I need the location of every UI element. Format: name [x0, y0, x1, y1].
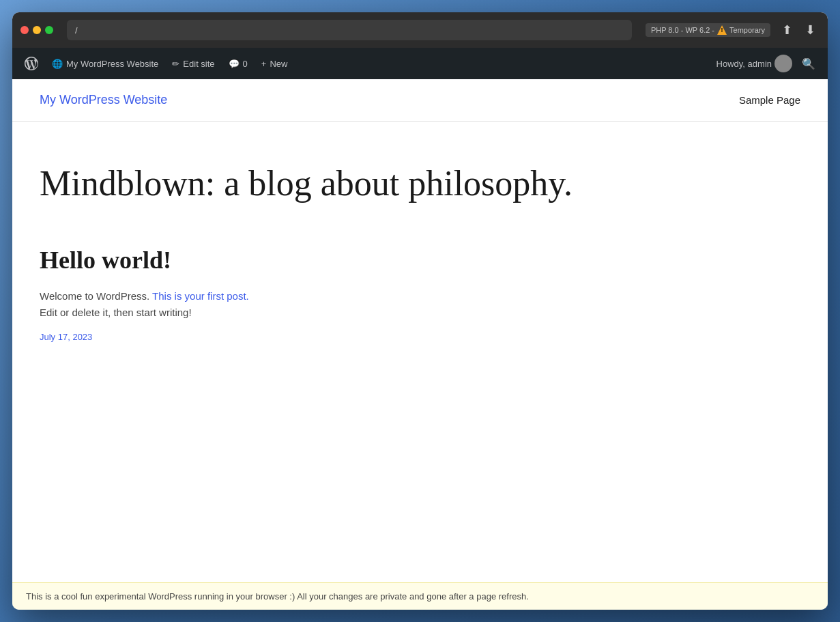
- comments-link[interactable]: 💬 0: [222, 48, 255, 79]
- comment-icon: 💬: [229, 59, 240, 69]
- download-icon[interactable]: ⬇: [800, 20, 820, 40]
- upload-icon[interactable]: ⬆: [777, 20, 796, 40]
- site-content: My WordPress Website Sample Page Mindblo…: [12, 79, 828, 582]
- site-navigation: Sample Page: [739, 94, 800, 107]
- post-first-post-link[interactable]: This is your first post.: [152, 290, 249, 302]
- post-title: Hello world!: [40, 246, 800, 274]
- pencil-icon: ✏: [172, 59, 179, 69]
- edit-site-text: Edit site: [183, 59, 214, 69]
- site-title-link[interactable]: My WordPress Website: [40, 93, 167, 107]
- admin-bar-right: Howdy, admin 🔍: [716, 55, 822, 72]
- admin-avatar[interactable]: [774, 55, 792, 72]
- php-version-text: PHP 8.0 - WP 6.2 -: [651, 26, 714, 34]
- close-button[interactable]: [20, 26, 29, 34]
- notice-text: This is a cool fun experimental WordPres…: [26, 591, 529, 602]
- site-tagline: Mindblown: a blog about philosophy.: [40, 162, 800, 205]
- post-article: Hello world! Welcome to WordPress. This …: [40, 246, 800, 342]
- edit-site-link[interactable]: ✏ Edit site: [165, 48, 221, 79]
- new-content-link[interactable]: + New: [255, 48, 295, 79]
- howdy-text: Howdy, admin: [716, 59, 772, 69]
- site-header: My WordPress Website Sample Page: [12, 79, 828, 122]
- maximize-button[interactable]: [45, 26, 53, 34]
- minimize-button[interactable]: [33, 26, 41, 34]
- address-bar[interactable]: /: [67, 20, 632, 40]
- title-bar: / PHP 8.0 - WP 6.2 - ! Temporary ⬆ ⬇: [12, 12, 828, 48]
- main-content: Mindblown: a blog about philosophy. Hell…: [12, 122, 828, 582]
- traffic-lights: [20, 26, 53, 34]
- new-label: New: [270, 59, 287, 69]
- admin-search-icon[interactable]: 🔍: [795, 57, 822, 70]
- site-name-link[interactable]: 🌐 My WordPress Website: [45, 48, 165, 79]
- site-name-text: My WordPress Website: [66, 59, 158, 69]
- comments-count: 0: [243, 59, 248, 69]
- content-wrapper: My WordPress Website Sample Page Mindblo…: [12, 79, 828, 610]
- post-date: July 17, 2023: [40, 332, 800, 342]
- browser-action-icons: ⬆ ⬇: [777, 20, 820, 40]
- post-content-after-link: Edit or delete it, then start writing!: [40, 307, 192, 318]
- post-content-before-link: Welcome to WordPress.: [40, 290, 152, 302]
- wp-admin-bar: 🌐 My WordPress Website ✏ Edit site 💬 0 +…: [12, 48, 828, 79]
- wp-logo-link[interactable]: [18, 48, 45, 79]
- temporary-label: Temporary: [729, 26, 765, 34]
- address-text: /: [75, 25, 78, 36]
- php-version-badge: PHP 8.0 - WP 6.2 - ! Temporary: [646, 23, 770, 37]
- warning-icon: !: [717, 25, 727, 35]
- post-content: Welcome to WordPress. This is your first…: [40, 288, 800, 321]
- sample-page-link[interactable]: Sample Page: [739, 94, 800, 106]
- wordpress-logo-icon: [25, 57, 38, 70]
- notice-bar: This is a cool fun experimental WordPres…: [12, 582, 828, 610]
- site-name-icon: 🌐: [52, 59, 63, 69]
- plus-icon: +: [261, 59, 267, 69]
